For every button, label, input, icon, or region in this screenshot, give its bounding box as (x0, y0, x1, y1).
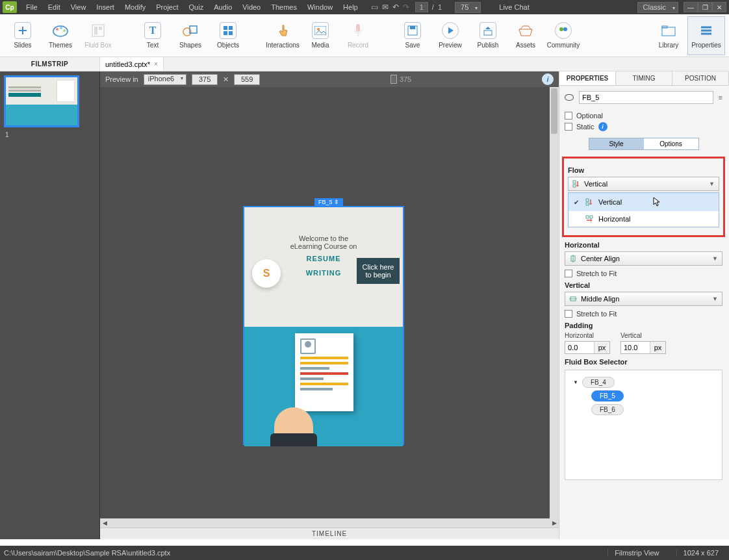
preview-width-input[interactable]: 375 (192, 74, 218, 85)
horizontal-align-label: Horizontal (565, 241, 723, 249)
ribbon-publish[interactable]: Publish (469, 16, 507, 55)
svg-rect-29 (573, 181, 576, 183)
undo-icon[interactable]: ↶ (390, 2, 401, 12)
maximize-button[interactable]: ❐ (698, 2, 712, 12)
object-name-input[interactable] (579, 91, 713, 104)
menu-video[interactable]: Video (237, 3, 266, 11)
info-icon[interactable]: i (542, 73, 554, 85)
ribbon-save[interactable]: Save (394, 16, 431, 55)
logo-badge: S (252, 259, 281, 288)
status-filepath: C:\Users\sairam\Desktop\Sample RSA\untit… (4, 549, 170, 557)
page-total: 1 (438, 3, 442, 11)
ribbon-assets[interactable]: Assets (507, 16, 544, 55)
ribbon-preview[interactable]: Preview (431, 16, 469, 55)
svg-point-16 (317, 28, 320, 31)
live-chat-link[interactable]: Live Chat (494, 3, 534, 11)
svg-rect-6 (92, 25, 104, 36)
ribbon-objects[interactable]: Objects (209, 16, 247, 55)
ribbon-interactions[interactable]: Interactions (264, 16, 301, 55)
tab-position[interactable]: POSITION (672, 71, 729, 85)
fluid-box-selected[interactable]: Welcome to the eLearning Course on RESUM… (243, 206, 404, 445)
menu-insert[interactable]: Insert (91, 3, 120, 11)
flow-option-horizontal[interactable]: Horizontal (569, 211, 719, 227)
fb-node-5[interactable]: FB_5 (591, 390, 624, 401)
horizontal-scrollbar[interactable]: ◀▶ (100, 518, 559, 528)
selected-element-tag[interactable]: FB_5 ⇕ (314, 198, 343, 206)
window-controls: — ❐ ✕ (684, 2, 726, 12)
flow-option-vertical[interactable]: ✔ Vertical (569, 193, 719, 211)
tab-properties[interactable]: PROPERTIES (559, 71, 616, 85)
close-button[interactable]: ✕ (712, 2, 726, 12)
ribbon-library[interactable]: Library (650, 16, 687, 55)
ribbon-shapes[interactable]: Shapes (172, 16, 209, 55)
vertical-align-dropdown[interactable]: Middle Align▼ (565, 292, 723, 306)
menu-view[interactable]: View (66, 3, 92, 11)
filmstrip-header: FILMSTRIP (0, 57, 100, 71)
page-indicator: 1 / 1 (415, 2, 442, 12)
redo-icon[interactable]: ↷ (401, 2, 411, 12)
subtab-options[interactable]: Options (644, 138, 698, 149)
ribbon-text[interactable]: TText (134, 16, 172, 55)
menu-edit[interactable]: Edit (43, 3, 66, 11)
svg-rect-34 (590, 216, 593, 218)
resume-paper-graphic (295, 333, 353, 411)
fb-node-4[interactable]: FB_4 (582, 377, 615, 388)
static-info-icon[interactable]: i (598, 122, 608, 131)
pad-h-input[interactable]: 0.0px (565, 341, 610, 354)
optional-checkbox[interactable]: Optional (565, 112, 723, 120)
subtab-style[interactable]: Style (589, 138, 644, 149)
sleeve-graphic (270, 433, 317, 446)
close-tab-icon[interactable]: × (154, 60, 158, 68)
svg-point-22 (559, 27, 563, 31)
menu-window[interactable]: Window (302, 3, 338, 11)
visibility-toggle-icon[interactable] (565, 94, 574, 101)
static-checkbox[interactable]: Statici (565, 122, 723, 131)
document-tab[interactable]: untitled3.cptx* × (100, 57, 164, 71)
svg-rect-11 (224, 26, 227, 30)
slide-upper-section: Welcome to the eLearning Course on RESUM… (244, 207, 403, 327)
slide-thumbnail[interactable] (4, 75, 79, 127)
ruler-handle-icon[interactable] (390, 75, 397, 84)
style-options-tabs: Style Options (589, 138, 699, 150)
menu-file[interactable]: File (21, 3, 43, 11)
horizontal-align-dropdown[interactable]: Center Align▼ (565, 251, 723, 266)
slide-lower-section (244, 327, 403, 446)
tree-collapse-icon[interactable]: ▼ (573, 379, 578, 385)
breakpoint-ruler[interactable]: 375 (265, 75, 537, 84)
document-tab-strip: FILMSTRIP untitled3.cptx* × (0, 57, 729, 71)
workspace-dropdown[interactable]: Classic (637, 2, 678, 13)
menu-themes[interactable]: Themes (266, 3, 302, 11)
canvas-viewport[interactable]: FB_5 ⇕ Welcome to the eLearning Course o… (100, 87, 559, 528)
menu-help[interactable]: Help (338, 3, 363, 11)
vertical-scrollbar[interactable] (550, 87, 559, 528)
ribbon-slides[interactable]: Slides (4, 16, 42, 55)
flow-dropdown-list: ✔ Vertical Horizontal (568, 192, 719, 227)
menu-project[interactable]: Project (151, 3, 183, 11)
cta-button[interactable]: Click hereto begin (357, 258, 400, 284)
assets-cloud-icon[interactable]: ▭ (370, 2, 380, 12)
flow-dropdown[interactable]: Vertical▼ (568, 177, 719, 191)
svg-rect-20 (410, 26, 415, 29)
cursor-icon (653, 197, 661, 207)
panel-menu-icon[interactable]: ≡ (719, 94, 723, 101)
device-dropdown[interactable]: iPhone6 (144, 74, 186, 85)
timeline-header[interactable]: TIMELINE (100, 528, 559, 539)
h-stretch-checkbox[interactable]: Stretch to Fit (565, 270, 723, 277)
status-bar: C:\Users\sairam\Desktop\Sample RSA\untit… (0, 546, 729, 560)
ribbon-themes[interactable]: Themes (42, 16, 79, 55)
ribbon-community[interactable]: Community (544, 16, 582, 55)
minimize-button[interactable]: — (684, 2, 698, 12)
zoom-dropdown[interactable]: 75 (455, 2, 481, 13)
tab-timing[interactable]: TIMING (616, 71, 672, 85)
menu-quiz[interactable]: Quiz (184, 3, 209, 11)
ribbon-properties[interactable]: Properties (687, 16, 725, 55)
mail-icon[interactable]: ✉ (380, 2, 390, 12)
menu-audio[interactable]: Audio (209, 3, 237, 11)
ribbon-media[interactable]: Media (301, 16, 339, 55)
fb-node-6[interactable]: FB_6 (591, 404, 624, 415)
page-current[interactable]: 1 (415, 2, 428, 12)
pad-v-input[interactable]: 10.0px (620, 341, 666, 354)
v-stretch-checkbox[interactable]: Stretch to Fit (565, 310, 723, 318)
preview-height-input[interactable]: 559 (234, 74, 260, 85)
menu-modify[interactable]: Modify (120, 3, 151, 11)
